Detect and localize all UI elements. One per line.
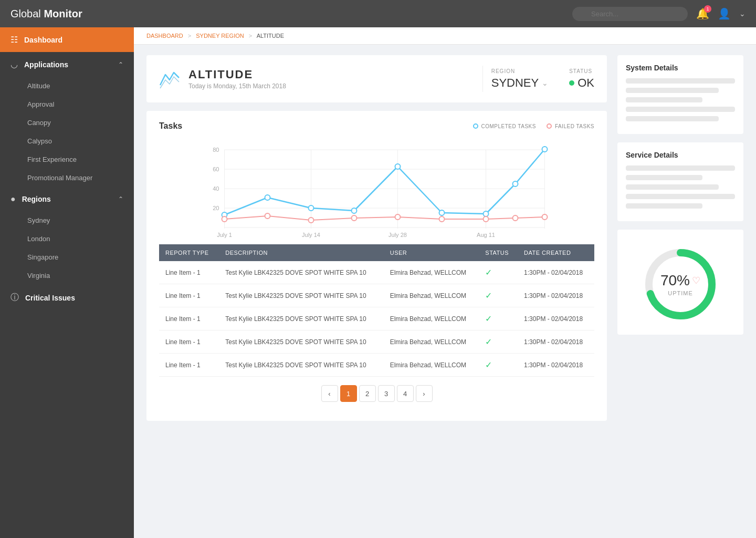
altitude-divider [482, 66, 483, 92]
uptime-center: 70% ♡ UPTIME [660, 272, 700, 296]
cell-date: 1:30PM - 02/04/2018 [518, 284, 594, 307]
search-wrapper: ⚲ [572, 7, 688, 21]
user-icon[interactable]: 👤 [718, 7, 731, 20]
svg-point-26 [542, 147, 548, 152]
svg-point-22 [395, 164, 401, 169]
pagination-page-2[interactable]: 2 [359, 385, 376, 402]
system-details-card: System Details [617, 55, 743, 134]
sidebar-item-critical-issues[interactable]: ⓘ Critical Issues [0, 285, 134, 311]
svg-point-28 [265, 213, 270, 219]
main-panel: ALTITUDE Today is Monday, 15th March 201… [146, 55, 607, 527]
cell-user: Elmira Behzad, WELLCOM [384, 354, 479, 377]
cell-date: 1:30PM - 02/04/2018 [518, 330, 594, 354]
legend-failed: FAILED TASKS [547, 123, 594, 129]
cell-user: Elmira Behzad, WELLCOM [384, 307, 479, 330]
altitude-title-area: ALTITUDE Today is Monday, 15th March 201… [188, 68, 474, 90]
tasks-header: Tasks COMPLETED TASKS FAILED TASKS [159, 121, 594, 131]
breadcrumb-region[interactable]: SYDNEY REGION [196, 33, 244, 39]
pagination-page-4[interactable]: 4 [397, 385, 414, 402]
sidebar-sub-approval[interactable]: Approval [0, 95, 134, 113]
sidebar-sub-virginia[interactable]: Virginia [0, 266, 134, 285]
svg-text:40: 40 [213, 185, 219, 192]
top-nav-actions: ⚲ 🔔 1 👤 ⌄ [572, 7, 746, 21]
main-container: ☷ Dashboard ◡ Applications ⌃ Altitude Ap… [0, 27, 756, 538]
cell-report-type: Line Item - 1 [159, 261, 219, 284]
breadcrumb: DASHBOARD > SYDNEY REGION > ALTITUDE [134, 27, 756, 45]
svg-point-29 [309, 218, 314, 223]
pagination-prev[interactable]: ‹ [321, 385, 338, 402]
altitude-logo [159, 68, 180, 89]
cell-user: Elmira Behzad, WELLCOM [384, 284, 479, 307]
altitude-status: STATUS OK [569, 68, 594, 90]
svg-point-34 [513, 215, 518, 221]
cell-user: Elmira Behzad, WELLCOM [384, 330, 479, 354]
sidebar-item-dashboard[interactable]: ☷ Dashboard [0, 27, 134, 52]
nav-chevron-icon[interactable]: ⌄ [739, 9, 746, 18]
cell-date: 1:30PM - 02/04/2018 [518, 261, 594, 284]
sidebar-sub-calypso[interactable]: Calypso [0, 132, 134, 150]
critical-issues-icon: ⓘ [10, 292, 19, 303]
cell-report-type: Line Item - 1 [159, 354, 219, 377]
cell-date: 1:30PM - 02/04/2018 [518, 307, 594, 330]
status-value: OK [569, 76, 594, 90]
table-body: Line Item - 1 Test Kylie LBK42325 DOVE S… [159, 261, 594, 377]
table-row: Line Item - 1 Test Kylie LBK42325 DOVE S… [159, 261, 594, 284]
uptime-percent: 70% ♡ [660, 272, 700, 289]
sidebar-sub-altitude[interactable]: Altitude [0, 77, 134, 95]
dashboard-icon: ☷ [10, 35, 18, 45]
pagination-page-3[interactable]: 3 [378, 385, 395, 402]
skeleton-1 [626, 78, 735, 84]
svg-text:Aug 11: Aug 11 [477, 232, 495, 238]
breadcrumb-current: ALTITUDE [257, 33, 284, 39]
altitude-logo-svg [159, 68, 180, 89]
cell-description: Test Kylie LBK42325 DOVE SPOT WHITE SPA … [219, 354, 383, 377]
table-row: Line Item - 1 Test Kylie LBK42325 DOVE S… [159, 330, 594, 354]
sidebar-sub-first-experience[interactable]: First Experience [0, 150, 134, 169]
sidebar-applications-label: Applications [24, 60, 68, 69]
sidebar-sub-london[interactable]: London [0, 230, 134, 248]
cell-report-type: Line Item - 1 [159, 307, 219, 330]
cell-description: Test Kylie LBK42325 DOVE SPOT WHITE SPA … [219, 284, 383, 307]
app-title: Global Monitor [10, 8, 82, 20]
svg-point-24 [484, 211, 489, 216]
region-chevron-icon[interactable]: ⌄ [542, 79, 548, 87]
status-check-icon: ✓ [485, 314, 492, 323]
pagination: ‹ 1 2 3 4 › [159, 377, 594, 410]
applications-chevron-icon: ⌃ [118, 61, 123, 68]
table-row: Line Item - 1 Test Kylie LBK42325 DOVE S… [159, 284, 594, 307]
sidebar-critical-label: Critical Issues [25, 294, 75, 302]
pagination-page-1[interactable]: 1 [340, 385, 357, 402]
failed-tasks-legend-dot [547, 123, 552, 129]
skeleton-3 [626, 97, 702, 102]
table-row: Line Item - 1 Test Kylie LBK42325 DOVE S… [159, 307, 594, 330]
sidebar-item-regions[interactable]: ● Regions ⌃ [0, 187, 134, 211]
cell-description: Test Kylie LBK42325 DOVE SPOT WHITE SPA … [219, 307, 383, 330]
right-panel: System Details Service Details [617, 55, 743, 527]
svg-point-25 [513, 181, 518, 187]
report-table: REPORT TYPE DESCRIPTION USER STATUS DATE… [159, 244, 594, 377]
altitude-region: REGION SYDNEY ⌄ [491, 68, 548, 90]
status-dot [569, 80, 574, 86]
tasks-legend: COMPLETED TASKS FAILED TASKS [473, 123, 594, 129]
sidebar-sub-promotional-manager[interactable]: Promotional Manager [0, 169, 134, 187]
notification-bell[interactable]: 🔔 1 [696, 7, 709, 20]
sidebar-sub-sydney[interactable]: Sydney [0, 211, 134, 230]
sidebar-sub-singapore[interactable]: Singapore [0, 248, 134, 266]
svg-text:80: 80 [213, 147, 219, 153]
top-navigation: Global Monitor ⚲ 🔔 1 👤 ⌄ [0, 0, 756, 27]
pagination-next[interactable]: › [416, 385, 433, 402]
svg-text:60: 60 [213, 166, 219, 172]
failed-tasks-legend-label: FAILED TASKS [555, 123, 594, 129]
table-header: REPORT TYPE DESCRIPTION USER STATUS DATE… [159, 244, 594, 261]
search-input[interactable] [572, 7, 688, 21]
svg-point-27 [222, 216, 227, 222]
sidebar-sub-canopy[interactable]: Canopy [0, 113, 134, 132]
cell-report-type: Line Item - 1 [159, 330, 219, 354]
sidebar-item-applications[interactable]: ◡ Applications ⌃ [0, 52, 134, 77]
status-check-icon: ✓ [485, 291, 492, 300]
content-area: DASHBOARD > SYDNEY REGION > ALTITUDE [134, 27, 756, 538]
svg-point-33 [484, 216, 489, 222]
uptime-chart: 70% ♡ UPTIME [638, 242, 722, 326]
breadcrumb-dashboard[interactable]: DASHBOARD [146, 33, 183, 39]
completed-tasks-legend-dot [473, 123, 478, 129]
